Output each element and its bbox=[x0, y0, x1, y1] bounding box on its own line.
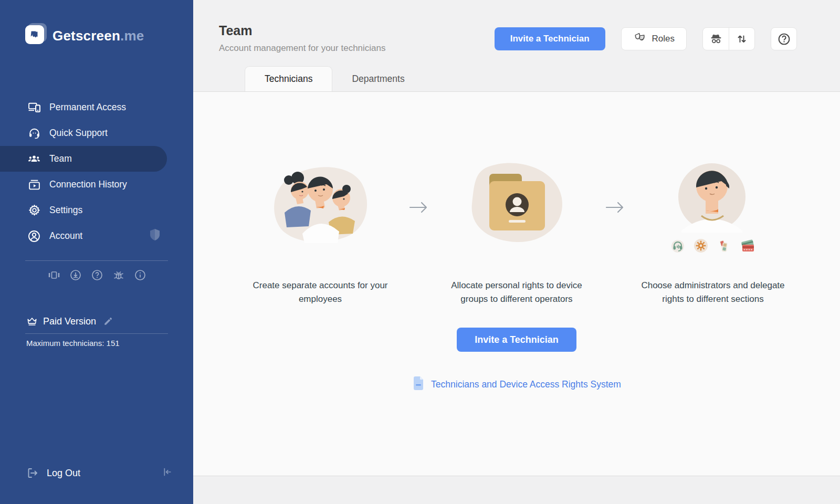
document-icon bbox=[412, 376, 425, 393]
brand-name: Getscreen.me bbox=[52, 28, 144, 44]
step-caption: Choose administrators and delegate right… bbox=[634, 279, 792, 306]
footer-strip bbox=[193, 476, 840, 504]
brand-logo-icon bbox=[25, 25, 46, 46]
step-allocate-rights: Allocate personal rights to device group… bbox=[429, 154, 604, 306]
sidebar-item-label: Quick Support bbox=[49, 128, 108, 139]
account-icon bbox=[27, 229, 41, 243]
incognito-icon[interactable] bbox=[703, 28, 729, 50]
windows-carousel-icon[interactable] bbox=[48, 269, 60, 281]
devices-icon bbox=[27, 101, 41, 114]
step-create-accounts: Create separate accounts for your employ… bbox=[233, 154, 407, 306]
gear-icon bbox=[693, 238, 709, 256]
shield-icon bbox=[149, 228, 161, 244]
sidebar-nav: Permanent Access Quick Support Team Conn… bbox=[0, 94, 193, 249]
logout-button[interactable]: Log Out bbox=[26, 467, 80, 479]
sidebar-item-label: Settings bbox=[49, 205, 82, 216]
technician-limit: Maximum technicians: 151 bbox=[26, 339, 193, 348]
sidebar-item-label: Connection History bbox=[49, 179, 127, 190]
page-subtitle: Account management for your technicians bbox=[219, 43, 386, 54]
doc-link-label: Technicians and Device Access Rights Sys… bbox=[431, 379, 621, 390]
logout-label: Log Out bbox=[47, 468, 80, 479]
administrator-illustration bbox=[655, 154, 771, 262]
sidebar-item-connection-history[interactable]: Connection History bbox=[0, 172, 193, 197]
page-title: Team bbox=[219, 23, 386, 38]
sidebar-divider bbox=[25, 260, 168, 261]
folder-illustration bbox=[459, 154, 574, 262]
sidebar: Getscreen.me Permanent Access Quick Supp… bbox=[0, 0, 193, 504]
delegation-mini-icons bbox=[670, 238, 756, 256]
brand-suffix: .me bbox=[120, 28, 144, 44]
invite-technician-button[interactable]: Invite a Technician bbox=[495, 27, 605, 50]
bug-icon[interactable] bbox=[113, 269, 124, 281]
access-rights-doc-link[interactable]: Technicians and Device Access Rights Sys… bbox=[412, 376, 621, 393]
pencil-icon[interactable] bbox=[103, 317, 113, 326]
view-toggle-group bbox=[702, 27, 755, 50]
sidebar-item-quick-support[interactable]: Quick Support bbox=[0, 120, 193, 146]
main-area: Team Account management for your technic… bbox=[193, 0, 840, 504]
collapse-sidebar-icon[interactable] bbox=[161, 466, 172, 480]
arrow-right-icon bbox=[604, 200, 626, 215]
header-toolbar: Invite a Technician Roles bbox=[495, 27, 797, 50]
help-icon[interactable] bbox=[91, 269, 103, 281]
step-caption: Create separate accounts for your employ… bbox=[242, 279, 399, 306]
sidebar-item-settings[interactable]: Settings bbox=[0, 197, 193, 223]
onboarding-steps: Create separate accounts for your employ… bbox=[233, 154, 800, 306]
arrow-right-icon bbox=[407, 200, 429, 215]
sidebar-item-permanent-access[interactable]: Permanent Access bbox=[0, 94, 193, 120]
invite-technician-cta-button[interactable]: Invite a Technician bbox=[457, 328, 576, 352]
info-icon[interactable] bbox=[134, 269, 146, 281]
roles-button[interactable]: Roles bbox=[621, 27, 687, 50]
sidebar-utility-row bbox=[48, 269, 193, 281]
plan-row: Paid Version bbox=[26, 316, 193, 327]
sidebar-item-label: Team bbox=[49, 153, 72, 164]
cards-icon bbox=[739, 238, 756, 256]
plan-divider bbox=[25, 333, 168, 334]
gear-icon bbox=[27, 204, 41, 217]
masks-icon bbox=[633, 31, 647, 47]
sort-arrows-icon[interactable] bbox=[729, 28, 754, 50]
step-caption: Allocate personal rights to device group… bbox=[438, 279, 595, 306]
roles-label: Roles bbox=[652, 34, 675, 44]
headset-icon bbox=[27, 127, 41, 140]
app: Getscreen.me Permanent Access Quick Supp… bbox=[0, 0, 840, 504]
crown-icon bbox=[26, 316, 38, 327]
employees-illustration bbox=[262, 154, 378, 262]
sidebar-item-label: Permanent Access bbox=[49, 102, 126, 113]
tab-content: Create separate accounts for your employ… bbox=[193, 92, 840, 476]
tab-technicians[interactable]: Technicians bbox=[245, 66, 332, 91]
headset-icon bbox=[670, 238, 686, 256]
help-button[interactable] bbox=[771, 27, 797, 50]
history-icon bbox=[27, 178, 41, 192]
sidebar-item-account[interactable]: Account bbox=[0, 223, 193, 249]
brand-logo[interactable]: Getscreen.me bbox=[25, 25, 193, 46]
main-header: Team Account management for your technic… bbox=[193, 0, 840, 91]
sidebar-item-label: Account bbox=[49, 230, 82, 242]
download-icon[interactable] bbox=[70, 269, 81, 281]
tab-departments[interactable]: Departments bbox=[332, 66, 424, 91]
step-choose-admins: Choose administrators and delegate right… bbox=[626, 154, 800, 306]
team-icon bbox=[27, 152, 41, 166]
sidebar-bottom: Log Out bbox=[0, 466, 193, 480]
palette-icon bbox=[716, 238, 732, 256]
tabs: Technicians Departments bbox=[245, 66, 797, 91]
plan-label: Paid Version bbox=[43, 316, 96, 327]
sidebar-item-team[interactable]: Team bbox=[0, 146, 167, 172]
